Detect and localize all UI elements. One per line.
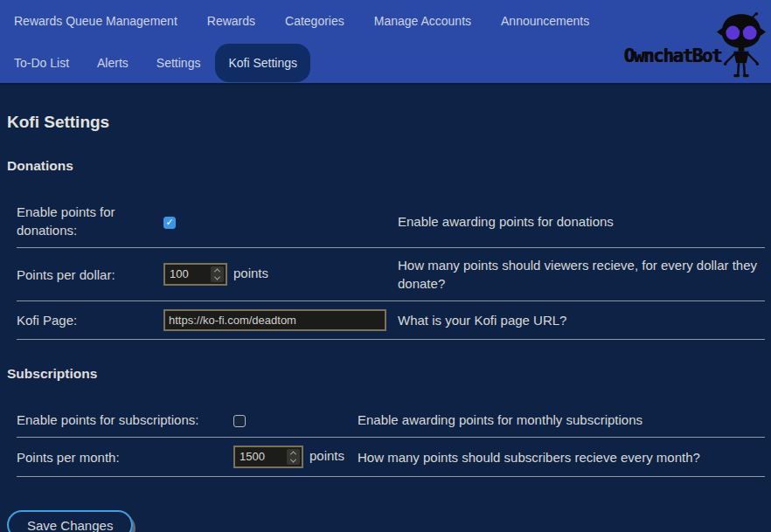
- nav-settings[interactable]: Settings: [156, 56, 201, 70]
- field-description: How many points should viewers recieve, …: [398, 258, 757, 291]
- enable-donations-checkbox[interactable]: ✓: [163, 217, 176, 229]
- table-row: Points per month: 1500 points How many p…: [17, 438, 765, 477]
- points-per-month-value: 1500: [235, 449, 287, 465]
- subscriptions-section-heading: Subscriptions: [7, 366, 765, 382]
- top-navigation: Rewards Queue Management Rewards Categor…: [0, 0, 771, 85]
- page-title: Kofi Settings: [7, 113, 765, 132]
- table-row: Enable points for subscriptions: Enable …: [17, 403, 765, 438]
- unit-suffix: points: [233, 266, 268, 280]
- kofi-page-input[interactable]: [163, 309, 386, 331]
- ownchatbot-robot-icon: [716, 12, 767, 80]
- nav-announcements[interactable]: Announcements: [501, 14, 589, 28]
- enable-subscriptions-checkbox[interactable]: [233, 415, 246, 427]
- points-per-month-input[interactable]: 1500: [233, 446, 303, 468]
- field-label: Enable points for subscriptions:: [17, 412, 198, 427]
- field-label: Points per dollar:: [17, 267, 115, 282]
- number-spinner[interactable]: [211, 266, 224, 282]
- logo-text: OwnchatBot: [624, 45, 721, 66]
- ownchatbot-logo: OwnchatBot: [624, 12, 767, 80]
- subscriptions-settings-table: Enable points for subscriptions: Enable …: [17, 403, 765, 477]
- table-row: Points per dollar: 100 points How many p…: [17, 248, 765, 301]
- nav-rewards-queue-management[interactable]: Rewards Queue Management: [14, 14, 177, 28]
- table-row: Kofi Page: What is your Kofi page URL?: [17, 301, 765, 340]
- save-changes-button[interactable]: Save Changes: [7, 510, 133, 532]
- field-description: How many points should subscribers recie…: [358, 450, 700, 465]
- nav-categories[interactable]: Categories: [285, 14, 344, 28]
- field-description: Enable awarding points for donations: [398, 214, 614, 229]
- nav-alerts[interactable]: Alerts: [97, 56, 128, 70]
- field-label: Points per month:: [17, 450, 120, 465]
- number-spinner[interactable]: [287, 449, 300, 465]
- nav-manage-accounts[interactable]: Manage Accounts: [374, 14, 471, 28]
- field-label: Kofi Page:: [17, 313, 77, 328]
- main-content: Kofi Settings Donations Enable points fo…: [0, 113, 771, 532]
- field-description: Enable awarding points for monthly subsc…: [358, 412, 642, 427]
- donations-settings-table: Enable points for donations: ✓ Enable aw…: [17, 195, 765, 340]
- points-per-dollar-value: 100: [165, 266, 211, 282]
- field-label: Enable points for donations:: [17, 204, 115, 238]
- spinner-down-icon[interactable]: [290, 457, 296, 463]
- spinner-down-icon[interactable]: [214, 274, 220, 280]
- table-row: Enable points for donations: ✓ Enable aw…: [17, 195, 765, 248]
- nav-kofi-settings-active-tab[interactable]: Kofi Settings: [215, 44, 310, 82]
- unit-suffix: points: [309, 448, 344, 463]
- donations-section-heading: Donations: [7, 158, 765, 174]
- points-per-dollar-input[interactable]: 100: [163, 263, 227, 286]
- nav-rewards[interactable]: Rewards: [207, 14, 255, 28]
- nav-to-do-list[interactable]: To-Do List: [14, 56, 69, 70]
- field-description: What is your Kofi page URL?: [398, 313, 566, 328]
